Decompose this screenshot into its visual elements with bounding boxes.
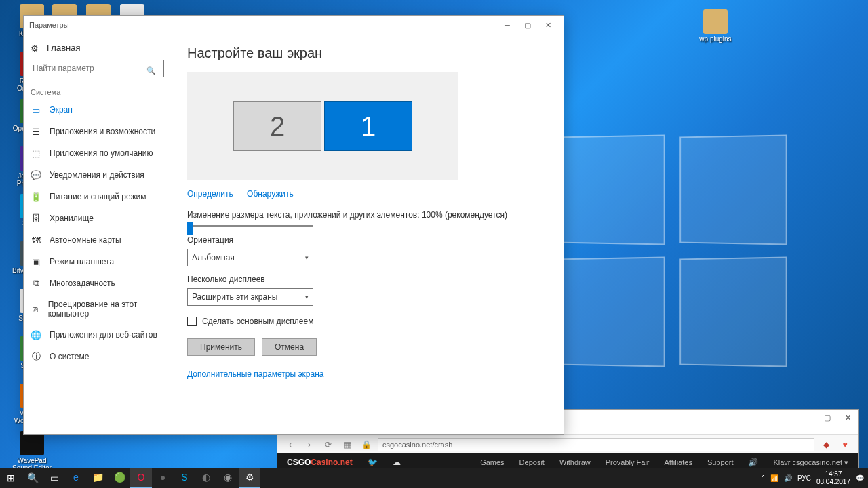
display-arrangement[interactable]: 2 1 [187,72,458,180]
nav-icon: 🗺 [31,235,41,245]
cancel-button[interactable]: Отмена [262,338,317,356]
tray-clock[interactable]: 14:57 03.04.2017 [816,470,850,485]
twitter-icon[interactable]: 🐦 [368,458,378,467]
taskbar-app2[interactable]: ◐ [195,468,217,488]
start-button[interactable]: ⊞ [0,468,22,488]
desktop-icon[interactable]: WavePad Sound Editor [8,431,56,472]
taskbar-skype[interactable]: S [174,468,195,488]
steam-icon[interactable]: ☁ [393,458,401,467]
close-button[interactable]: ✕ [538,18,558,33]
tray-network-icon[interactable]: 📶 [770,474,778,482]
lock-icon: 🔒 [359,437,374,452]
task-view-icon[interactable]: ▭ [43,468,65,488]
sidebar-item-8[interactable]: ⧉Многозадачность [24,272,168,294]
user-menu[interactable]: Klavr csgocasino.net ▾ [773,458,848,467]
sidebar-item-label: Питание и спящий режим [50,192,146,201]
desktop-icon[interactable]: wp plugins [692,9,739,43]
titlebar[interactable]: Параметры ─ ▢ ✕ [24,16,564,35]
taskbar-explorer[interactable]: 📁 [87,468,108,488]
multiple-displays-label: Несколько дисплеев [187,274,545,284]
browser-close[interactable]: ✕ [837,410,858,425]
site-nav-affiliates[interactable]: Affiliates [665,458,692,466]
nav-icon: ⓘ [31,351,41,362]
sidebar-item-label: Режим планшета [50,257,114,266]
sidebar-item-label: Хранилище [50,214,94,223]
reload-icon[interactable]: ⟳ [321,437,336,452]
display-1[interactable]: 1 [324,101,412,151]
sidebar-item-label: Уведомления и действия [50,170,144,180]
chevron-down-icon: ▾ [305,254,309,261]
tray-volume-icon[interactable]: 🔊 [784,474,792,482]
site-nav-deposit[interactable]: Deposit [519,458,545,466]
scaling-slider[interactable] [187,225,313,227]
sidebar-home[interactable]: ⚙ Главная [24,39,168,57]
taskbar-obs[interactable]: ◉ [217,468,239,488]
minimize-button[interactable]: ─ [497,18,517,33]
sidebar-item-4[interactable]: 🔋Питание и спящий режим [24,186,168,207]
taskbar-opera[interactable]: O [130,468,152,488]
taskbar-chrome[interactable]: 🟢 [108,468,130,488]
display-2[interactable]: 2 [233,101,321,151]
browser-minimize[interactable]: ─ [797,410,817,425]
orientation-value: Альбомная [192,253,235,262]
sidebar-item-1[interactable]: ☰Приложения и возможности [24,121,168,142]
taskbar-settings[interactable]: ⚙ [239,468,260,488]
site-nav-provably[interactable]: Provably Fair [606,458,650,466]
multiple-displays-select[interactable]: Расширить эти экраны ▾ [187,288,313,306]
sidebar-item-label: Многозадачность [50,279,115,288]
apply-button[interactable]: Применить [187,338,255,356]
identify-link[interactable]: Определить [187,189,233,199]
site-brand: CSGOCasino.net [287,458,353,467]
tray-chevron-icon[interactable]: ˄ [762,474,765,482]
tray-notifications-icon[interactable]: 💬 [856,474,864,482]
site-nav-withdraw[interactable]: Withdraw [559,458,591,466]
site-nav-games[interactable]: Games [480,458,504,466]
nav-icon: ▣ [31,256,41,267]
sidebar-item-0[interactable]: ▭Экран [24,99,168,121]
multiple-displays-value: Расширить эти экраны [192,292,277,302]
back-icon[interactable]: ‹ [283,437,298,452]
forward-icon[interactable]: › [302,437,317,452]
extension-icon[interactable]: ◆ [818,437,833,452]
search-icon[interactable]: 🔍 [22,468,43,488]
sidebar-item-5[interactable]: 🗄Хранилище [24,207,168,229]
taskbar[interactable]: ⊞ 🔍 ▭ e 📁 🟢 O ● S ◐ ◉ ⚙ ˄ 📶 🔊 РУС 14:57 … [0,468,868,488]
orientation-select[interactable]: Альбомная ▾ [187,249,313,266]
browser-maximize[interactable]: ▢ [817,410,837,425]
settings-main: Настройте ваш экран 2 1 Определить Обнар… [168,35,564,434]
address-input[interactable] [378,438,814,451]
sidebar-item-7[interactable]: ▣Режим планшета [24,251,168,272]
sidebar-item-label: Проецирование на этот компьютер [48,300,161,319]
window-title: Параметры [29,21,497,29]
taskbar-app[interactable]: ● [152,468,174,488]
detect-link[interactable]: Обнаружить [247,189,294,199]
nav-icon: 🗄 [31,213,41,224]
tray-language[interactable]: РУС [797,474,811,482]
sidebar-item-10[interactable]: 🌐Приложения для веб-сайтов [24,324,168,346]
desktop-icon-label: wp plugins [692,35,739,43]
sidebar-item-11[interactable]: ⓘО системе [24,346,168,367]
checkbox-icon [187,317,197,326]
windows-logo-graphic [556,136,787,366]
sidebar-item-label: Приложения для веб-сайтов [50,330,157,340]
nav-icon: ⧉ [31,278,41,289]
nav-icon: 🔋 [31,191,41,202]
maximize-button[interactable]: ▢ [517,18,538,33]
make-main-checkbox[interactable]: Сделать основным дисплеем [187,317,545,326]
page-title: Настройте ваш экран [187,45,545,61]
advanced-display-link[interactable]: Дополнительные параметры экрана [187,369,324,379]
search-input[interactable] [28,60,164,77]
site-nav-support[interactable]: Support [707,458,734,466]
sidebar-item-2[interactable]: ⬚Приложения по умолчанию [24,142,168,164]
nav-icon: 🌐 [31,329,41,340]
taskbar-edge[interactable]: e [65,468,87,488]
speeddial-icon[interactable]: ▦ [340,437,355,452]
heart-icon[interactable]: ♥ [837,437,852,452]
sidebar-item-9[interactable]: ⎚Проецирование на этот компьютер [24,294,168,324]
settings-window: Параметры ─ ▢ ✕ ⚙ Главная 🔍 Система ▭Экр… [23,15,564,435]
system-tray[interactable]: ˄ 📶 🔊 РУС 14:57 03.04.2017 💬 [757,470,868,485]
sound-icon[interactable]: 🔊 [748,458,758,467]
sidebar-item-3[interactable]: 💬Уведомления и действия [24,164,168,186]
sidebar-item-6[interactable]: 🗺Автономные карты [24,229,168,251]
app-icon [703,9,728,34]
